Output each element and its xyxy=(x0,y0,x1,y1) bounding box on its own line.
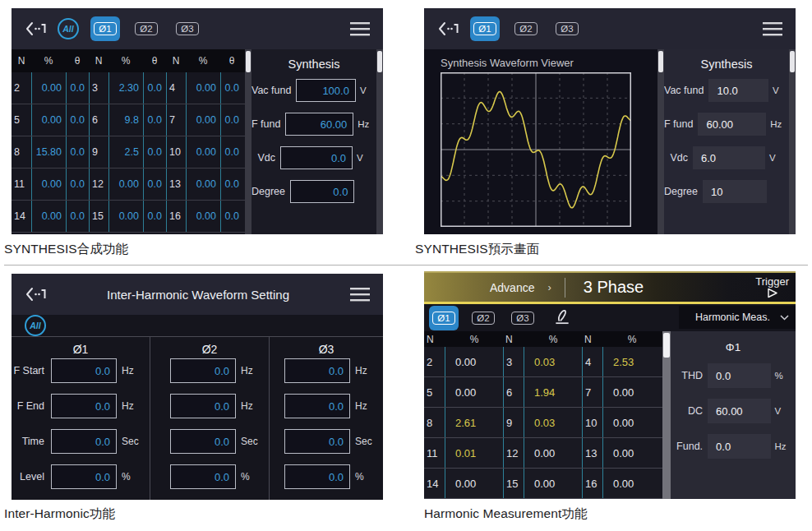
theta-cell[interactable]: 0.0 xyxy=(66,104,89,136)
vdc-input[interactable]: 0.0 xyxy=(280,146,353,169)
harmonic-synthesis-table: N % θ N % θ N % θ 2 0.00 0. xyxy=(12,49,245,234)
back-icon[interactable] xyxy=(437,21,459,37)
percent-cell[interactable]: 0.00 xyxy=(108,201,143,232)
f-fund-input[interactable]: 60.00 xyxy=(285,113,353,136)
table-scrollbar[interactable] xyxy=(245,49,251,234)
theta-cell[interactable]: 0.0 xyxy=(66,72,89,104)
percent-cell[interactable]: 15.80 xyxy=(31,136,66,168)
theta-cell[interactable]: 0.0 xyxy=(220,104,243,136)
percent-cell[interactable]: 0.00 xyxy=(31,201,66,232)
advance-button[interactable]: Advance xyxy=(490,281,534,294)
back-icon[interactable] xyxy=(25,21,46,37)
theta-cell[interactable]: 0.0 xyxy=(220,72,243,104)
all-phases-button[interactable]: All xyxy=(25,315,46,336)
table-header-row: N % θ N % θ N % θ xyxy=(12,49,245,72)
col-header: N xyxy=(12,55,31,67)
menu-icon[interactable] xyxy=(350,288,370,302)
measurement-mode-dropdown[interactable]: Harmonic Meas. xyxy=(679,306,796,329)
menu-icon[interactable] xyxy=(350,22,370,36)
degree-input[interactable]: 10 xyxy=(703,180,767,203)
field-row: 0.0 Hz xyxy=(270,358,383,383)
time-input[interactable]: 0.0 xyxy=(170,429,236,454)
percent-cell[interactable]: 0.00 xyxy=(31,169,66,200)
col-header: % xyxy=(524,334,582,345)
percent-cell[interactable]: 0.00 xyxy=(31,104,66,136)
phase-1-tab[interactable]: Ø1 xyxy=(429,306,459,330)
n-cell: 11 xyxy=(12,169,31,200)
percent-cell[interactable]: 0.00 xyxy=(186,72,220,104)
viewer-scrollbar[interactable] xyxy=(657,49,664,234)
percent-cell[interactable]: 2.30 xyxy=(108,72,143,104)
theta-cell[interactable]: 0.0 xyxy=(143,72,166,104)
phase-2-tab[interactable]: Ø2 xyxy=(468,306,498,330)
table-row: 8 15.80 0.0 9 2.5 0.0 10 0.00 0.0 xyxy=(12,136,245,169)
vdc-input[interactable]: 6.0 xyxy=(693,146,765,169)
edit-pencil-icon[interactable] xyxy=(552,307,572,330)
f-start-input[interactable]: 0.0 xyxy=(170,358,236,383)
time-input[interactable]: 0.0 xyxy=(284,429,350,454)
menu-icon[interactable] xyxy=(763,22,782,36)
percent-cell[interactable]: 0.00 xyxy=(31,72,66,104)
theta-cell[interactable]: 0.0 xyxy=(220,201,243,232)
theta-cell[interactable]: 0.0 xyxy=(66,136,89,168)
field-row: 0.0 % xyxy=(270,464,383,489)
theta-cell[interactable]: 0.0 xyxy=(143,104,166,136)
theta-cell[interactable]: 0.0 xyxy=(66,169,89,200)
percent-cell: 2.61 xyxy=(445,408,503,437)
n-cell: 8 xyxy=(12,136,31,168)
percent-cell: 0.00 xyxy=(524,438,582,468)
theta-cell[interactable]: 0.0 xyxy=(143,201,166,232)
percent-cell[interactable]: 0.00 xyxy=(186,201,220,232)
phase-2-tab[interactable]: Ø2 xyxy=(511,16,541,41)
f-start-input[interactable]: 0.0 xyxy=(284,358,350,383)
percent-cell[interactable]: 0.00 xyxy=(108,169,143,200)
phase-1-tab[interactable]: Ø1 xyxy=(470,16,500,41)
pane-scrollbar[interactable] xyxy=(789,49,796,234)
harmonic-measurement-table: N % N % N % 2 0.00 3 0.03 4 xyxy=(424,331,662,499)
theta-cell[interactable]: 0.0 xyxy=(66,201,89,232)
vac-fund-input[interactable]: 10.0 xyxy=(708,79,768,102)
vac-fund-input[interactable]: 100.0 xyxy=(296,79,356,102)
all-phases-button[interactable]: All xyxy=(58,18,79,39)
theta-cell[interactable]: 0.0 xyxy=(220,136,243,168)
table-row: 14 0.00 15 0.00 16 0.00 xyxy=(424,469,662,499)
table-row: 5 0.00 0.0 6 9.8 0.0 7 0.00 0.0 xyxy=(12,104,245,136)
f-end-input[interactable]: 0.0 xyxy=(51,394,117,418)
col-header: % xyxy=(186,55,220,67)
percent-cell[interactable]: 9.8 xyxy=(108,104,143,136)
table-scrollbar[interactable] xyxy=(662,331,671,499)
degree-input[interactable]: 0.0 xyxy=(290,180,354,203)
pane-scrollbar[interactable] xyxy=(376,49,383,234)
field-row: 0.0 % xyxy=(150,464,269,489)
level-input[interactable]: 0.0 xyxy=(170,464,236,489)
table-row: 2 0.00 3 0.03 4 2.53 xyxy=(424,347,662,377)
n-cell: 12 xyxy=(503,438,524,468)
phase-1-tab[interactable]: Ø1 xyxy=(90,16,120,41)
theta-cell[interactable]: 0.0 xyxy=(143,136,166,168)
n-cell: 16 xyxy=(582,469,603,498)
n-cell: 15 xyxy=(503,469,524,498)
percent-cell[interactable]: 0.00 xyxy=(186,169,220,200)
level-input[interactable]: 0.0 xyxy=(51,464,117,489)
percent-cell[interactable]: 0.00 xyxy=(186,136,220,168)
table-row: 8 2.61 9 0.03 10 0.00 xyxy=(424,408,662,438)
f-start-input[interactable]: 0.0 xyxy=(51,358,117,383)
trigger-button[interactable]: Trigger xyxy=(755,276,789,298)
theta-cell[interactable]: 0.0 xyxy=(220,169,243,200)
time-input[interactable]: 0.0 xyxy=(51,429,117,454)
percent-cell[interactable]: 2.5 xyxy=(108,136,143,168)
field-row: 0.0 Sec xyxy=(270,429,383,454)
n-cell: 2 xyxy=(12,72,31,104)
phase-3-tab[interactable]: Ø3 xyxy=(173,16,202,41)
level-input[interactable]: 0.0 xyxy=(284,464,350,489)
phase-3-tab[interactable]: Ø3 xyxy=(552,16,582,41)
f-fund-input[interactable]: 60.00 xyxy=(698,113,766,136)
interharmonic-columns: Ø1 F Start 0.0 Hz F End 0.0 Hz Time 0.0 … xyxy=(12,336,383,500)
percent-cell[interactable]: 0.00 xyxy=(186,104,220,136)
back-icon[interactable] xyxy=(25,286,46,302)
phase-2-tab[interactable]: Ø2 xyxy=(131,16,161,41)
f-end-input[interactable]: 0.0 xyxy=(170,394,236,418)
f-end-input[interactable]: 0.0 xyxy=(284,394,350,418)
theta-cell[interactable]: 0.0 xyxy=(143,169,166,200)
phase-3-tab[interactable]: Ø3 xyxy=(508,306,537,330)
